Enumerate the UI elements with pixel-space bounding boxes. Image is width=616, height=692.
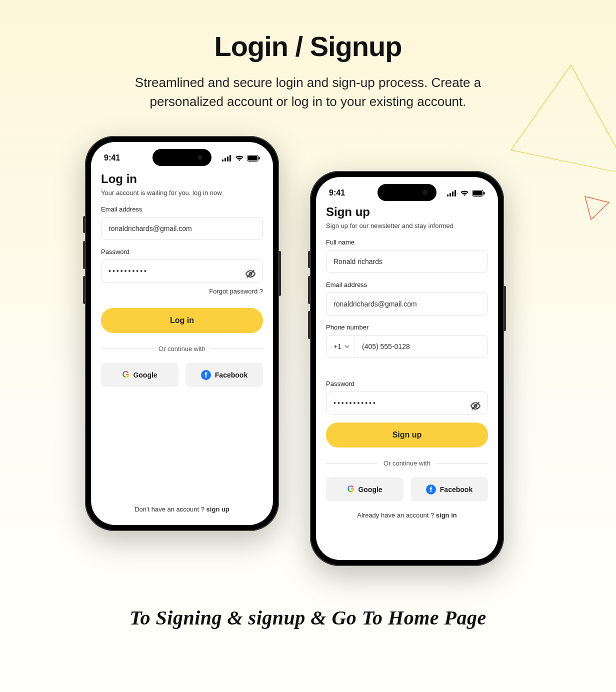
signal-icon	[222, 155, 232, 162]
signin-link[interactable]: sign in	[436, 512, 457, 519]
signup-link[interactable]: sign up	[206, 506, 230, 513]
wifi-icon	[235, 155, 244, 162]
email-field[interactable]	[101, 217, 263, 240]
fullname-label: Full name	[326, 238, 488, 246]
email-field[interactable]	[326, 292, 488, 316]
svg-rect-17	[484, 192, 485, 194]
battery-icon	[247, 155, 260, 162]
social-divider: Or continue with	[326, 460, 488, 467]
chevron-down-icon	[344, 344, 350, 349]
svg-rect-12	[450, 193, 451, 196]
signup-heading: Sign up	[326, 205, 488, 219]
svg-rect-5	[230, 155, 231, 162]
login-subheading: Your account is waiting for you. log in …	[101, 189, 263, 196]
toggle-password-icon[interactable]	[245, 268, 256, 280]
svg-rect-14	[454, 190, 456, 196]
notch	[152, 149, 212, 166]
signup-subheading: Sign up for our newsletter and stay info…	[326, 222, 488, 230]
svg-rect-13	[452, 192, 454, 196]
phone-label: Phone number	[326, 324, 488, 331]
facebook-icon: f	[426, 484, 436, 494]
svg-rect-16	[473, 191, 482, 196]
page-title: Login / Signup	[0, 30, 616, 62]
facebook-signup-button[interactable]: f Facebook	[410, 477, 488, 502]
svg-rect-3	[224, 158, 226, 162]
notch	[378, 184, 436, 201]
wifi-icon	[460, 190, 469, 196]
login-heading: Log in	[101, 172, 263, 186]
page-caption: To Signing & signup & Go To Home Page	[0, 606, 616, 630]
password-field[interactable]	[326, 392, 488, 414]
social-divider: Or continue with	[101, 345, 263, 352]
facebook-icon: f	[201, 370, 211, 380]
page-subtitle: Streamlined and secure login and sign-up…	[113, 74, 503, 111]
signin-prompt: Already have an account ? sign in	[326, 512, 488, 519]
phone-mockup-login: 9:41 Log in Your account is waiting for …	[85, 136, 279, 531]
fullname-field[interactable]	[326, 250, 488, 273]
status-time: 9:41	[329, 188, 345, 198]
login-button[interactable]: Log in	[101, 308, 263, 333]
email-label: Email address	[101, 206, 263, 213]
svg-rect-11	[447, 194, 448, 196]
svg-rect-7	[248, 156, 258, 160]
svg-rect-8	[259, 157, 260, 160]
country-code-select[interactable]: +1	[326, 336, 355, 358]
google-signup-button[interactable]: G Google	[326, 477, 404, 502]
status-time: 9:41	[104, 154, 120, 162]
password-label: Password	[101, 248, 263, 256]
facebook-login-button[interactable]: f Facebook	[186, 362, 263, 387]
email-label: Email address	[326, 281, 488, 288]
battery-icon	[472, 190, 485, 196]
svg-rect-2	[222, 160, 224, 162]
signup-button[interactable]: Sign up	[326, 422, 488, 448]
signal-icon	[447, 190, 457, 196]
password-field[interactable]	[101, 260, 263, 282]
google-icon: G	[347, 484, 354, 494]
google-icon: G	[122, 370, 129, 380]
phone-mockup-signup: 9:41 Sign up Sign up for our newsletter …	[310, 171, 504, 566]
signup-prompt: Don't have an account ? sign up	[91, 506, 273, 513]
toggle-password-icon[interactable]	[470, 400, 481, 412]
password-label: Password	[326, 380, 488, 388]
phone-field[interactable]	[355, 336, 488, 358]
svg-rect-4	[227, 156, 228, 162]
google-login-button[interactable]: G Google	[101, 362, 178, 387]
